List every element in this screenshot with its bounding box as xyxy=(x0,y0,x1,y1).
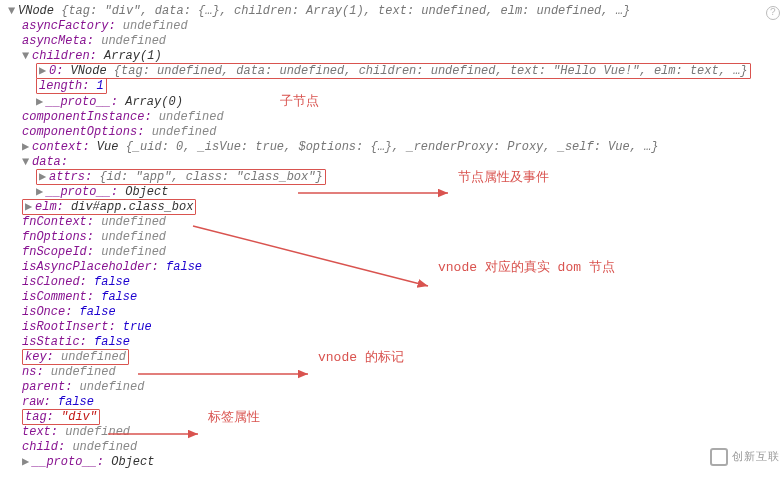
tree-row-root[interactable]: ▼VNode {tag: "div", data: {…}, children:… xyxy=(8,4,780,19)
expand-arrow-icon[interactable]: ▼ xyxy=(22,49,32,64)
tree-row[interactable]: length: 1 xyxy=(8,79,780,94)
highlighted-region: ▶0: VNode {tag: undefined, data: undefin… xyxy=(36,63,751,79)
tree-row[interactable]: fnScopeId: undefined xyxy=(8,245,780,260)
annotation-attrs: 节点属性及事件 xyxy=(458,170,549,185)
tree-row[interactable]: text: undefined xyxy=(8,425,780,440)
highlighted-region: tag: "div" xyxy=(22,409,100,425)
tree-row-elm[interactable]: ▶elm: div#app.class_box xyxy=(8,200,780,215)
tree-row[interactable]: componentInstance: undefined xyxy=(8,110,780,125)
tree-row-context[interactable]: ▶context: Vue {_uid: 0, _isVue: true, $o… xyxy=(8,140,780,155)
tree-row[interactable]: isStatic: false xyxy=(8,335,780,350)
annotation-key: vnode 的标记 xyxy=(318,350,404,365)
tree-row[interactable]: isOnce: false xyxy=(8,305,780,320)
tree-row-data[interactable]: ▼data: xyxy=(8,155,780,170)
tree-row[interactable]: fnOptions: undefined xyxy=(8,230,780,245)
tree-row[interactable]: ▶__proto__: Object xyxy=(8,185,780,200)
tree-row[interactable]: asyncFactory: undefined xyxy=(8,19,780,34)
tree-row[interactable]: child: undefined xyxy=(8,440,780,455)
help-icon[interactable]: ? xyxy=(766,6,780,20)
tree-row-attrs[interactable]: ▶attrs: {id: "app", class: "class_box"} … xyxy=(8,170,780,185)
watermark-icon xyxy=(710,448,728,466)
tree-row-children[interactable]: ▼children: Array(1) xyxy=(8,49,780,64)
watermark: 创新互联 xyxy=(710,448,780,466)
tree-row-tag[interactable]: tag: "div" 标签属性 xyxy=(8,410,780,425)
tree-row[interactable]: isAsyncPlaceholder: false vnode 对应的真实 do… xyxy=(8,260,780,275)
tree-row-proto[interactable]: ▶__proto__: Object xyxy=(8,455,780,470)
devtools-object-tree: ? ▼VNode {tag: "div", data: {…}, childre… xyxy=(8,4,780,470)
tree-row-key[interactable]: key: undefined vnode 的标记 xyxy=(8,350,780,365)
expand-arrow-icon[interactable]: ▼ xyxy=(22,155,32,170)
tree-row[interactable]: ns: undefined xyxy=(8,365,780,380)
collapse-arrow-icon[interactable]: ▶ xyxy=(36,185,46,200)
tree-row[interactable]: asyncMeta: undefined xyxy=(8,34,780,49)
highlighted-region: ▶attrs: {id: "app", class: "class_box"} xyxy=(36,169,326,185)
collapse-arrow-icon[interactable]: ▶ xyxy=(25,200,35,215)
tree-row[interactable]: componentOptions: undefined xyxy=(8,125,780,140)
tree-row[interactable]: isComment: false xyxy=(8,290,780,305)
tree-row-child0[interactable]: ▶0: VNode {tag: undefined, data: undefin… xyxy=(8,64,780,79)
collapse-arrow-icon[interactable]: ▶ xyxy=(39,64,49,79)
highlighted-region: ▶elm: div#app.class_box xyxy=(22,199,196,215)
collapse-arrow-icon[interactable]: ▶ xyxy=(22,140,32,155)
annotation-tag: 标签属性 xyxy=(208,410,260,425)
annotation-elm: vnode 对应的真实 dom 节点 xyxy=(438,260,615,275)
expand-arrow-icon[interactable]: ▼ xyxy=(8,4,18,19)
collapse-arrow-icon[interactable]: ▶ xyxy=(22,455,32,470)
tree-row[interactable]: isRootInsert: true xyxy=(8,320,780,335)
highlighted-region: length: 1 xyxy=(36,78,107,94)
tree-row[interactable]: parent: undefined xyxy=(8,380,780,395)
collapse-arrow-icon[interactable]: ▶ xyxy=(39,170,49,185)
tree-row[interactable]: fnContext: undefined xyxy=(8,215,780,230)
tree-row[interactable]: raw: false xyxy=(8,395,780,410)
highlighted-region: key: undefined xyxy=(22,349,129,365)
annotation-children: 子节点 xyxy=(280,94,319,109)
tree-row[interactable]: isCloned: false xyxy=(8,275,780,290)
tree-row[interactable]: ▶__proto__: Array(0) 子节点 xyxy=(8,94,780,110)
collapse-arrow-icon[interactable]: ▶ xyxy=(36,95,46,110)
